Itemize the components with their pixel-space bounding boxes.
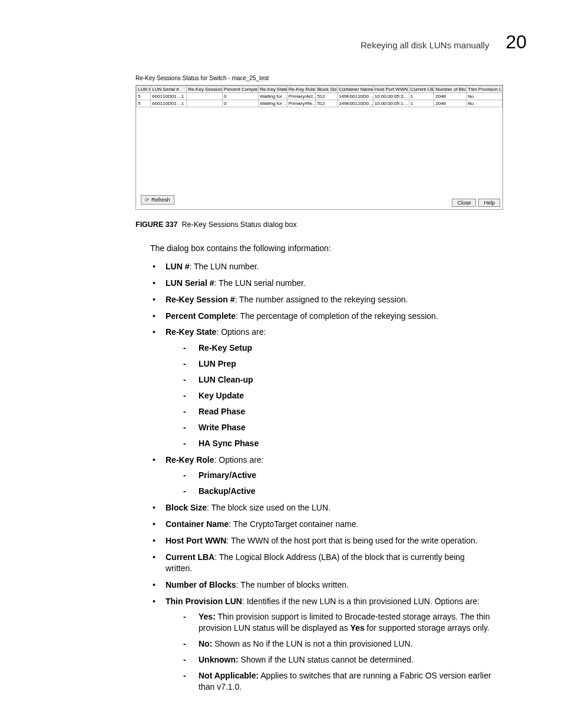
list-item: Re-Key Role: Options are:Primary/ActiveB… — [150, 454, 491, 498]
section-title: Rekeying all disk LUNs manually — [361, 40, 489, 50]
dialog-screenshot: Re-Key Sessions Status for Switch - mace… — [135, 75, 503, 210]
col-wwn[interactable]: Host Port WWN — [373, 86, 409, 93]
close-button[interactable]: Close — [452, 199, 476, 207]
col-nblocks[interactable]: Number of Blocks — [434, 86, 467, 93]
table-row[interactable]: 5600110D01…10Waiting for …Primary/Re…512… — [137, 100, 503, 107]
sub-list-item: HA Sync Phase — [166, 438, 491, 449]
list-item: Current LBA: The Logical Block Address (… — [150, 552, 491, 574]
sub-list-item: Yes: Thin provision support is limited t… — [166, 611, 491, 634]
chapter-number: 20 — [505, 32, 527, 51]
rekey-sessions-table: LUN # LUN Serial # Re-Key Session # Perc… — [136, 85, 503, 107]
col-state[interactable]: Re-Key State — [258, 86, 287, 93]
figure-label: FIGURE 337 — [135, 220, 178, 229]
list-item: Container Name: The CryptoTarget contain… — [150, 519, 491, 530]
sub-list-item: Unknown: Shown if the LUN status cannot … — [166, 654, 491, 666]
help-button[interactable]: Help — [478, 199, 500, 207]
sub-list-item: Write Phase — [166, 422, 491, 433]
table-header-row: LUN # LUN Serial # Re-Key Session # Perc… — [137, 86, 503, 93]
list-item: Re-Key Session #: The number assigned to… — [150, 294, 491, 305]
list-item: Thin Provision LUN: Identifies if the ne… — [150, 596, 491, 693]
col-lba[interactable]: Current LBA — [409, 86, 434, 93]
figure-caption: FIGURE 337 Re-Key Sessions Status dialog… — [135, 220, 527, 229]
sub-list-item: Not Applicable: Applies to switches that… — [166, 670, 491, 693]
sub-list-item: LUN Clean-up — [166, 374, 491, 386]
definition-list: LUN #: The LUN number.LUN Serial #: The … — [150, 261, 491, 693]
list-item: Block Size: The block size used on the L… — [150, 502, 491, 513]
sub-list-item: LUN Prep — [166, 358, 491, 370]
col-block[interactable]: Block Size — [316, 86, 338, 93]
dialog-title: Re-Key Sessions Status for Switch - mace… — [135, 75, 503, 81]
sub-list-item: Backup/Active — [166, 486, 491, 497]
col-thin[interactable]: Thin Provision LUN — [467, 86, 503, 93]
list-item: LUN Serial #: The LUN serial number. — [150, 278, 491, 289]
col-percent[interactable]: Percent Complete — [223, 86, 259, 93]
refresh-button[interactable]: Refresh — [141, 195, 174, 205]
sub-list-item: Key Update — [166, 390, 491, 401]
col-lun[interactable]: LUN # — [137, 86, 151, 93]
col-container[interactable]: Container Name — [337, 86, 373, 93]
col-session[interactable]: Re-Key Session # — [187, 86, 223, 93]
list-item: Percent Complete: The percentage of comp… — [150, 311, 491, 322]
table-row[interactable]: 5600110D01…10Waiting for …Primary/Act…51… — [137, 93, 503, 100]
intro-text: The dialog box contains the following in… — [150, 243, 491, 254]
col-serial[interactable]: LUN Serial # — [151, 86, 187, 93]
figure-text: Re-Key Sessions Status dialog box — [182, 220, 297, 229]
sub-list-item: Re-Key Setup — [166, 342, 491, 354]
sub-list-item: No: Shown as No if the LUN is not a thin… — [166, 638, 491, 650]
body-content: The dialog box contains the following in… — [150, 243, 491, 693]
page-header: Rekeying all disk LUNs manually 20 — [35, 32, 527, 51]
col-role[interactable]: Re-Key Role — [287, 86, 316, 93]
list-item: Number of Blocks: The number of blocks w… — [150, 579, 491, 591]
sub-list-item: Read Phase — [166, 406, 491, 417]
list-item: LUN #: The LUN number. — [150, 261, 491, 272]
list-item: Re-Key State: Options are:Re-Key SetupLU… — [150, 327, 491, 449]
list-item: Host Port WWN: The WWN of the host port … — [150, 535, 491, 546]
sub-list-item: Primary/Active — [166, 470, 491, 481]
